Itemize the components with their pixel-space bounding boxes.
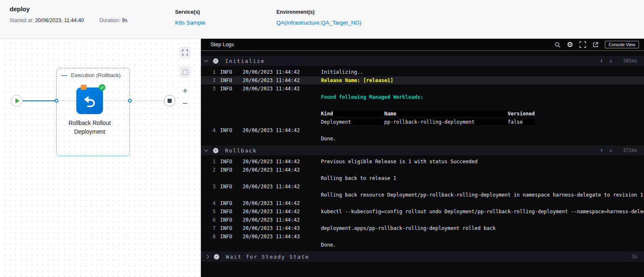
log-section-header[interactable]: ✓Wait for Steady State3s bbox=[201, 252, 644, 262]
log-message: Deployment pp-rollback-rolling-deploymen… bbox=[321, 119, 535, 125]
end-node[interactable] bbox=[164, 95, 175, 107]
log-line-number: 2 bbox=[213, 167, 220, 173]
section-duration: 285ms bbox=[619, 58, 637, 64]
play-icon bbox=[15, 98, 20, 103]
log-section-header[interactable]: ✓Rollback↑↓372ms bbox=[201, 145, 644, 155]
log-timestamp: 20/06/2023 11:44:42 bbox=[243, 159, 321, 165]
duration: Duration: 9s bbox=[99, 17, 127, 23]
log-line-number: 7 bbox=[213, 225, 220, 231]
services-label: Service(s) bbox=[175, 9, 276, 15]
log-timestamp: 20/06/2023 11:44:42 bbox=[243, 167, 321, 173]
open-in-new-icon[interactable] bbox=[592, 42, 599, 48]
start-node[interactable] bbox=[11, 95, 23, 107]
log-level: INFO bbox=[220, 77, 243, 83]
log-line: 4INFO20/06/2023 11:44:42 bbox=[201, 199, 644, 207]
log-line-number: 1 bbox=[213, 69, 220, 75]
log-level: INFO bbox=[220, 184, 243, 190]
status-success-icon: ✓ bbox=[214, 254, 219, 260]
log-line: 4INFO20/06/2023 11:44:42 bbox=[201, 126, 644, 135]
marquee-select-button[interactable] bbox=[179, 66, 191, 78]
step-node-rollback-rollout-deployment[interactable]: ✓ bbox=[76, 87, 103, 114]
log-level: INFO bbox=[220, 209, 243, 215]
log-timestamp: 20/06/2023 11:44:42 bbox=[243, 86, 321, 92]
log-message: Done. bbox=[321, 136, 336, 142]
collapse-group-icon[interactable]: — bbox=[61, 73, 67, 77]
chevron-right-icon[interactable] bbox=[205, 255, 209, 259]
execution-group-label: Execution (Rollback) bbox=[71, 72, 120, 78]
environments-label: Environment(s) bbox=[276, 9, 378, 15]
pipeline-graph-canvas[interactable]: — Execution (Rollback) ✓ Rollback Rollou… bbox=[0, 39, 201, 277]
log-timestamp: 20/06/2023 11:44:42 bbox=[243, 184, 321, 190]
log-message: deployment.apps/pp-rollback-rolling-depl… bbox=[321, 225, 496, 231]
log-level: INFO bbox=[220, 234, 243, 240]
log-level: INFO bbox=[220, 225, 243, 231]
scroll-to-top-icon[interactable]: ↑ bbox=[600, 58, 603, 64]
chevron-down-icon[interactable] bbox=[204, 148, 208, 152]
fit-to-screen-button[interactable] bbox=[179, 47, 191, 58]
step-logs-header: Step Logs ⚙ Console View bbox=[201, 39, 644, 51]
canvas-controls: + − bbox=[179, 47, 191, 111]
service-link[interactable]: K8s Sample bbox=[175, 20, 205, 26]
success-check-icon: ✓ bbox=[99, 84, 105, 91]
log-line-number: 4 bbox=[213, 200, 220, 206]
log-line-number: 6 bbox=[213, 217, 220, 223]
step-logs-title: Step Logs bbox=[210, 42, 234, 47]
log-line: Found following Managed Workloads: bbox=[201, 93, 644, 101]
console-view-button[interactable]: Console View bbox=[605, 41, 639, 48]
log-level: INFO bbox=[220, 86, 243, 92]
log-line: Kind Name Versioned bbox=[201, 110, 644, 118]
log-timestamp: 20/06/2023 11:44:42 bbox=[243, 127, 321, 133]
log-level: INFO bbox=[220, 127, 243, 133]
log-message: Rolling back to release 1 bbox=[321, 175, 396, 181]
log-section-title: Initialize bbox=[225, 58, 265, 64]
log-line: Done. bbox=[201, 135, 644, 143]
log-line-number: 1 bbox=[213, 159, 220, 165]
log-section-title: Rollback bbox=[225, 147, 257, 154]
log-line: 3INFO20/06/2023 11:44:42 bbox=[201, 182, 644, 191]
log-section-title: Wait for Steady State bbox=[226, 254, 309, 260]
log-message: Release Name: [release1] bbox=[321, 77, 393, 83]
zoom-in-button[interactable]: + bbox=[179, 86, 191, 96]
log-line bbox=[201, 101, 644, 110]
log-sections: ✓Initialize↑↓285ms1INFO20/06/2023 11:44:… bbox=[201, 51, 644, 277]
log-level: INFO bbox=[220, 69, 243, 75]
log-line-number: 2 bbox=[213, 77, 220, 83]
chevron-down-icon[interactable] bbox=[204, 58, 208, 62]
log-line-number: 3 bbox=[213, 86, 220, 92]
log-line-number: 8 bbox=[213, 234, 220, 240]
log-level: INFO bbox=[220, 167, 243, 173]
step-logs-panel: Step Logs ⚙ Console View ✓Initialize↑↓28… bbox=[201, 39, 644, 277]
marquee-icon bbox=[183, 70, 188, 75]
log-section-header[interactable]: ✓Initialize↑↓285ms bbox=[201, 56, 644, 66]
log-message: Previous eligible Release is 1 with stat… bbox=[321, 159, 478, 165]
log-section-initialize: ✓Initialize↑↓285ms1INFO20/06/2023 11:44:… bbox=[201, 56, 644, 143]
log-line: 7INFO20/06/2023 11:44:43deployment.apps/… bbox=[201, 224, 644, 232]
settings-gear-icon[interactable]: ⚙ bbox=[567, 40, 573, 49]
status-success-icon: ✓ bbox=[213, 58, 218, 64]
connector-dot bbox=[55, 99, 58, 102]
log-message: Kind Name Versioned bbox=[321, 111, 535, 117]
scroll-to-bottom-icon[interactable]: ↓ bbox=[609, 58, 612, 64]
execution-summary: deploy Started at: 20/06/2023, 11:44:40 … bbox=[10, 5, 175, 38]
log-section-wait-for-steady-state: ✓Wait for Steady State3s bbox=[201, 252, 644, 262]
section-duration: 372ms bbox=[619, 147, 637, 153]
zoom-out-button[interactable]: − bbox=[179, 98, 191, 108]
log-message: Rolling back resource Deployment/pp-roll… bbox=[321, 192, 643, 198]
environment-link[interactable]: QA(Infrastructure:QA_Target_NG) bbox=[276, 20, 361, 26]
log-line: 2INFO20/06/2023 11:44:42Release Name: [r… bbox=[201, 76, 644, 85]
services-block: Service(s) K8s Sample bbox=[175, 5, 276, 38]
scroll-to-bottom-icon[interactable]: ↓ bbox=[609, 147, 612, 153]
log-line: 6INFO20/06/2023 11:44:42 bbox=[201, 216, 644, 224]
search-icon[interactable] bbox=[554, 42, 561, 48]
log-message: Initializing.. bbox=[321, 69, 363, 75]
barrier-badge-icon bbox=[81, 85, 87, 90]
log-timestamp: 20/06/2023 11:44:42 bbox=[243, 217, 321, 223]
log-line: 3INFO20/06/2023 11:44:42 bbox=[201, 85, 644, 93]
log-timestamp: 20/06/2023 11:44:42 bbox=[243, 209, 321, 215]
log-level: INFO bbox=[220, 217, 243, 223]
fullscreen-icon[interactable] bbox=[579, 41, 586, 48]
log-timestamp: 20/06/2023 11:44:42 bbox=[243, 77, 321, 83]
log-timestamp: 20/06/2023 11:44:43 bbox=[243, 234, 321, 240]
scroll-to-top-icon[interactable]: ↑ bbox=[600, 147, 603, 153]
log-message: Found following Managed Workloads: bbox=[321, 94, 423, 100]
